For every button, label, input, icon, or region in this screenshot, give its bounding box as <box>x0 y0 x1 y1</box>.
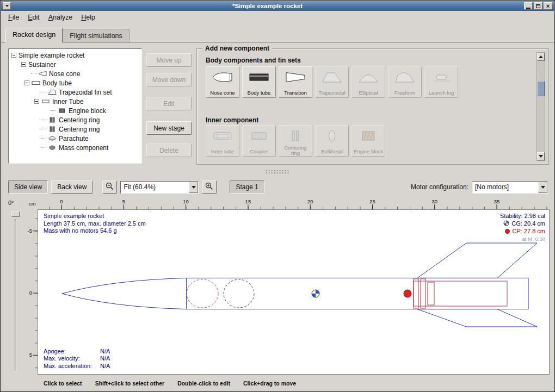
engine-block-outline <box>428 282 434 305</box>
vertical-ruler: -5 0 5 <box>27 209 38 375</box>
side-view-button[interactable]: Side view <box>8 181 48 194</box>
delete-button[interactable]: Delete <box>146 144 192 157</box>
minimize-button[interactable] <box>524 2 533 10</box>
new-stage-button[interactable]: New stage <box>146 121 192 135</box>
add-coupler-button[interactable]: Coupler <box>242 125 276 157</box>
menu-file[interactable]: File <box>4 12 23 23</box>
mass-component-icon <box>48 145 57 151</box>
v-tick-label: 0 <box>29 290 32 296</box>
tree-connector <box>41 120 46 120</box>
add-trapezoidal-fin-button[interactable]: Trapezoidal <box>315 66 349 98</box>
tree-item-label: Inner Tube <box>52 98 83 105</box>
tree-item-parachute[interactable]: Parachute <box>10 134 140 143</box>
maximize-icon <box>536 4 540 8</box>
collapse-icon[interactable] <box>21 62 26 67</box>
component-button-label: Transition <box>284 90 306 96</box>
scroll-down-icon[interactable] <box>537 152 545 160</box>
inner-components-row: Inner tube Coupler Centering ring Bulkhe… <box>206 125 385 157</box>
move-up-button[interactable]: Move up <box>146 53 192 67</box>
inner-tube-icon <box>212 129 233 145</box>
h-tick-label: 35 <box>494 198 500 204</box>
rocket-view-panel: 0° cm 0 5 10 15 20 25 <box>5 197 551 376</box>
maximize-button[interactable] <box>534 2 542 10</box>
scrollbar-thumb[interactable] <box>537 81 545 96</box>
h-tick-label: 30 <box>431 198 437 204</box>
flight-stats: Apogee:N/A Max. velocity:N/A Max. accele… <box>44 348 110 370</box>
launch-lug-icon <box>430 70 452 86</box>
add-bulkhead-button[interactable]: Bulkhead <box>315 125 349 157</box>
max-acceleration-value: N/A <box>100 363 110 369</box>
view-toolbar: Side view Back view Fit (60.4%) Stage 1 … <box>1 179 554 195</box>
menu-edit[interactable]: Edit <box>23 12 44 23</box>
menu-analyze-rest: nalyze <box>53 14 72 21</box>
tree-item-centering-ring-2[interactable]: Centering ring <box>10 125 140 134</box>
add-transition-button[interactable]: Transition <box>279 66 312 98</box>
nose-cone-outline <box>62 294 187 309</box>
apogee-label: Apogee: <box>44 348 100 356</box>
close-button[interactable]: × <box>544 2 552 10</box>
tree-item-fin-set[interactable]: Trapezoidal fin set <box>10 88 140 97</box>
rotation-slider-track[interactable] <box>15 219 16 371</box>
hint-shift-click: Shift+click to select other <box>95 380 165 387</box>
motor-configuration-select[interactable]: [No motors] <box>472 181 548 194</box>
add-engine-block-button[interactable]: Engine block <box>351 125 385 157</box>
rocket-canvas[interactable]: Simple example rocket Length 37.5 cm, ma… <box>38 209 550 375</box>
collapse-icon[interactable] <box>34 99 39 104</box>
tree-item-engine-block[interactable]: Engine block <box>10 106 140 115</box>
scroll-up-icon[interactable] <box>537 53 545 61</box>
tab-rocket-design[interactable]: Rocket design <box>5 28 63 43</box>
cp-marker <box>404 290 411 297</box>
tree-item-body-tube[interactable]: Body tube <box>10 78 140 88</box>
menu-help[interactable]: Help <box>77 12 100 23</box>
centering-ring-icon <box>285 129 306 145</box>
window-title: *Simple example rocket <box>11 3 524 9</box>
stage-1-toggle[interactable]: Stage 1 <box>230 181 264 194</box>
centering-ring-outline <box>414 279 418 308</box>
component-button-label: Elliptical <box>359 90 378 96</box>
h-tick-label: 25 <box>369 198 375 204</box>
horizontal-splitter[interactable] <box>1 166 554 178</box>
move-down-button[interactable]: Move down <box>146 73 192 86</box>
nose-cone-icon <box>38 71 47 77</box>
menu-analyze[interactable]: Analyze <box>44 12 77 23</box>
trapezoidal-fin-icon <box>321 70 343 86</box>
tree-item-centering-ring-1[interactable]: Centering ring <box>10 115 140 125</box>
window-menu-icon[interactable] <box>3 2 11 10</box>
add-centering-ring-button[interactable]: Centering ring <box>279 125 312 157</box>
add-launch-lug-button[interactable]: Launch lug <box>424 66 458 98</box>
add-body-tube-button[interactable]: Body tube <box>242 66 276 98</box>
component-panel-scrollbar[interactable] <box>536 52 545 161</box>
zoom-in-button[interactable] <box>202 181 217 194</box>
titlebar: *Simple example rocket × <box>1 1 554 11</box>
mach-note: at M=0.30 <box>500 235 545 243</box>
edit-button[interactable]: Edit <box>146 97 192 110</box>
add-inner-tube-button[interactable]: Inner tube <box>206 125 239 157</box>
stability-value: Stability: 2.98 cal <box>500 213 545 220</box>
chevron-down-icon[interactable] <box>538 182 547 193</box>
tree-item-label: Trapezoidal fin set <box>59 89 112 96</box>
tree-item-rocket[interactable]: Simple example rocket <box>10 51 140 60</box>
tree-item-nose-cone[interactable]: Nose cone <box>10 69 140 78</box>
hint-click-drag: Click+drag to move <box>243 380 296 387</box>
add-elliptical-fin-button[interactable]: Elliptical <box>351 66 385 98</box>
add-nose-cone-button[interactable]: Nose cone <box>206 66 239 98</box>
tree-item-mass-component[interactable]: Mass component <box>10 143 140 152</box>
collapse-icon[interactable] <box>24 80 29 85</box>
bulkhead-icon <box>321 129 343 145</box>
tab-flight-simulations[interactable]: Flight simulations <box>63 29 130 42</box>
menu-file-rest: ile <box>13 14 20 21</box>
zoom-out-button[interactable] <box>102 181 117 194</box>
max-acceleration-label: Max. acceleration: <box>44 363 100 370</box>
add-freeform-fin-button[interactable]: Freeform <box>388 66 422 98</box>
back-view-button[interactable]: Back view <box>51 181 92 194</box>
component-button-label: Nose cone <box>210 90 235 96</box>
menu-edit-rest: dit <box>33 14 40 21</box>
menu-help-key: H <box>81 14 86 21</box>
collapse-icon[interactable] <box>11 53 16 58</box>
chevron-down-icon[interactable] <box>189 182 198 193</box>
zoom-select[interactable]: Fit (60.4%) <box>120 181 199 194</box>
rotation-slider-thumb[interactable] <box>11 211 20 217</box>
tree-connector <box>41 129 46 129</box>
tree-item-sustainer[interactable]: Sustainer <box>10 60 140 69</box>
tree-item-inner-tube[interactable]: Inner Tube <box>10 97 140 106</box>
